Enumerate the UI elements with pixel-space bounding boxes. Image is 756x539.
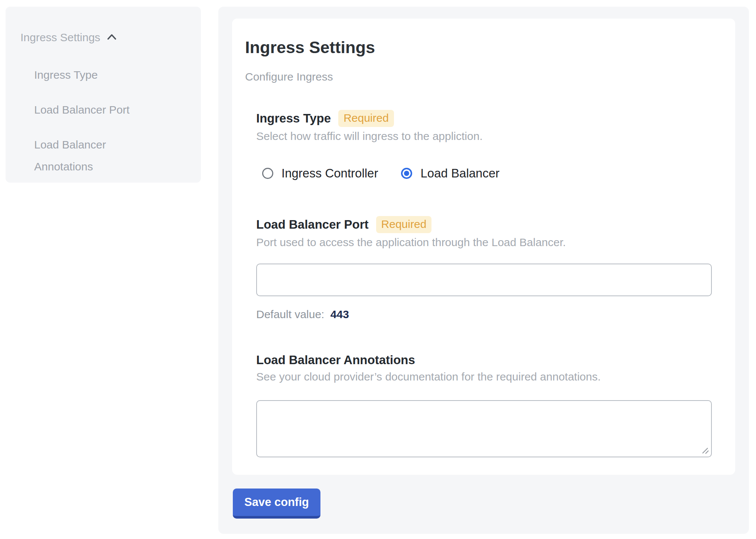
sidebar-item-list: Ingress Type Load Balancer Port Load Bal…: [20, 64, 186, 177]
lb-annotations-label-row: Load Balancer Annotations: [256, 353, 713, 368]
radio-option-ingress-controller[interactable]: Ingress Controller: [262, 166, 378, 180]
lb-port-description: Port used to access the application thro…: [256, 236, 713, 249]
lb-port-label: Load Balancer Port: [256, 217, 369, 232]
radio-option-load-balancer[interactable]: Load Balancer: [401, 166, 499, 180]
load-balancer-port-input[interactable]: [256, 264, 712, 296]
settings-sidebar: Ingress Settings Ingress Type Load Balan…: [6, 7, 201, 183]
lb-annotations-label: Load Balancer Annotations: [256, 353, 415, 368]
section-load-balancer-port: Load Balancer Port Required Port used to…: [256, 216, 713, 321]
ingress-type-label: Ingress Type: [256, 111, 331, 126]
lb-annotations-textarea-wrap: [256, 400, 712, 457]
lb-port-label-row: Load Balancer Port Required: [256, 216, 713, 233]
save-config-button[interactable]: Save config: [233, 489, 320, 519]
radio-icon-ingress-controller[interactable]: [262, 168, 273, 179]
default-value-prefix: Default value:: [256, 308, 324, 320]
ingress-type-radio-group: Ingress Controller Load Balancer: [262, 166, 713, 180]
load-balancer-annotations-textarea[interactable]: [256, 400, 712, 457]
chevron-up-icon: [106, 31, 117, 44]
required-badge: Required: [376, 216, 432, 233]
default-value-number: 443: [330, 308, 349, 320]
ingress-settings-panel: Ingress Settings Configure Ingress Ingre…: [218, 7, 749, 534]
sidebar-item-load-balancer-port[interactable]: Load Balancer Port: [34, 99, 153, 121]
section-load-balancer-annotations: Load Balancer Annotations See your cloud…: [256, 353, 713, 457]
section-ingress-type: Ingress Type Required Select how traffic…: [256, 110, 713, 180]
radio-label-load-balancer: Load Balancer: [420, 166, 499, 180]
textarea-resize-handle-icon[interactable]: [701, 446, 710, 454]
sidebar-section-toggle[interactable]: Ingress Settings: [20, 31, 186, 44]
radio-label-ingress-controller: Ingress Controller: [281, 166, 378, 180]
default-value-line: Default value: 443: [256, 308, 713, 321]
form-sections: Ingress Type Required Select how traffic…: [256, 110, 713, 457]
required-badge: Required: [338, 110, 394, 127]
sidebar-section-title: Ingress Settings: [20, 31, 100, 44]
page-subtitle: Configure Ingress: [245, 71, 713, 83]
ingress-type-description: Select how traffic will ingress to the a…: [256, 130, 713, 143]
lb-annotations-description: See your cloud provider’s documentation …: [256, 370, 713, 383]
sidebar-item-ingress-type[interactable]: Ingress Type: [34, 64, 153, 86]
page-title: Ingress Settings: [245, 38, 713, 57]
ingress-settings-card: Ingress Settings Configure Ingress Ingre…: [232, 19, 735, 475]
ingress-type-label-row: Ingress Type Required: [256, 110, 713, 127]
radio-icon-load-balancer[interactable]: [401, 168, 412, 179]
sidebar-item-load-balancer-annotations[interactable]: Load Balancer Annotations: [34, 134, 153, 177]
